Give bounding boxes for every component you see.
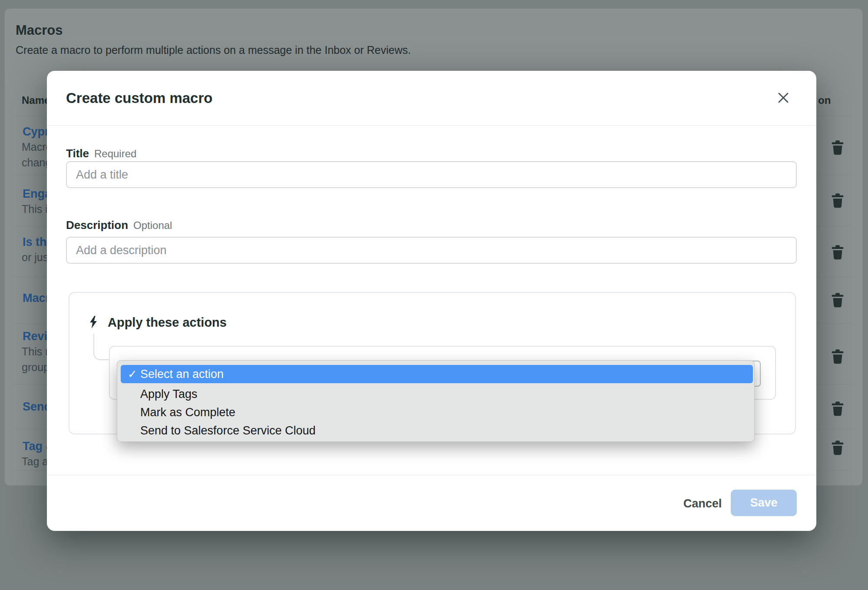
dropdown-option[interactable]: Send to Salesforce Service Cloud [117,421,754,440]
modal-title: Create custom macro [66,90,212,106]
title-label: Title [66,147,89,160]
modal-footer-divider [47,475,816,475]
description-label: Description [66,219,128,232]
dropdown-option-label: Select an action [140,365,224,383]
checkmark-icon: ✓ [126,365,139,383]
title-field-label: TitleRequired [66,147,136,160]
description-field-label: DescriptionOptional [66,219,172,232]
title-input[interactable] [66,161,797,188]
cancel-button[interactable]: Cancel [668,494,737,513]
title-required-hint: Required [94,148,136,159]
apply-actions-heading: Apply these actions [108,315,227,330]
description-optional-hint: Optional [133,219,172,231]
save-button[interactable]: Save [731,490,797,516]
modal-header-divider [47,125,816,126]
dropdown-option[interactable]: Apply Tags [117,385,754,403]
action-dropdown-menu: ✓Select an actionApply TagsMark as Compl… [117,360,755,442]
dropdown-option[interactable]: Mark as Complete [117,403,754,421]
description-input[interactable] [66,237,797,264]
close-icon[interactable] [775,89,792,107]
dropdown-option-selected[interactable]: ✓Select an action [121,365,753,383]
lightning-bolt-icon [88,314,99,330]
create-macro-modal: Create custom macro TitleRequired Descri… [47,71,816,531]
action-connector-line [93,334,110,360]
